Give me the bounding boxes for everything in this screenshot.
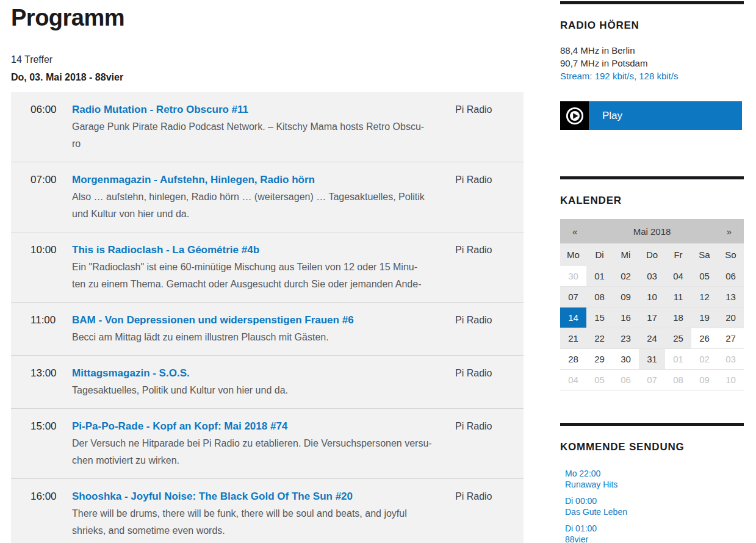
program-description-line: Tagesaktuelles, Politik und Kultur von h… (72, 382, 439, 399)
calendar-day[interactable]: 28 (560, 349, 586, 369)
calendar-day: 01 (665, 349, 691, 369)
program-entry: This is Radioclash - La Géométrie #4bEin… (72, 242, 455, 293)
results-count: 14 Treffer (11, 53, 524, 67)
calendar-day[interactable]: 13 (718, 287, 744, 307)
program-title-link[interactable]: Pi-Pa-Po-Rade - Kopf an Kopf: Mai 2018 #… (72, 418, 439, 435)
calendar-day[interactable]: 24 (639, 328, 665, 348)
calendar-day[interactable]: 21 (560, 328, 586, 348)
calendar-week-row: 07080910111213 (560, 287, 744, 307)
calendar-day[interactable]: 02 (613, 266, 639, 286)
program-station: Pi Radio (455, 418, 524, 469)
upcoming-section: KOMMENDE SENDUNG Mo 22:00Runaway HitsDi … (560, 423, 744, 543)
calendar-day[interactable]: 31 (639, 349, 665, 369)
upcoming-show-link[interactable]: Di 00:00Das Gute Leben (565, 495, 744, 517)
program-list: 06:00Radio Mutation - Retro Obscuro #11G… (11, 92, 524, 543)
upcoming-title: Runaway Hits (565, 479, 744, 490)
calendar-day[interactable]: 15 (586, 307, 613, 328)
calendar-day[interactable]: 11 (665, 287, 691, 307)
calendar-day[interactable]: 07 (560, 287, 586, 307)
calendar-day[interactable]: 01 (586, 266, 613, 286)
upcoming-title: Das Gute Leben (565, 506, 744, 517)
program-time: 11:00 (31, 312, 72, 346)
radio-listen-heading: RADIO HÖREN (560, 20, 744, 32)
calendar-day-name: Fr (665, 250, 691, 260)
calendar-day-name: Mi (613, 250, 639, 260)
calendar-day[interactable]: 05 (691, 266, 718, 286)
calendar-day[interactable]: 22 (586, 328, 613, 348)
calendar-day: 04 (560, 370, 586, 390)
calendar-day-name: Mo (560, 250, 586, 260)
calendar-day[interactable]: 29 (586, 349, 613, 369)
stream-link-192[interactable]: Stream: 192 kbit/s (560, 71, 634, 81)
calendar-day[interactable]: 18 (665, 307, 691, 328)
calendar-day[interactable]: 30 (613, 349, 639, 369)
program-entry: Radio Mutation - Retro Obscuro #11Garage… (72, 101, 455, 153)
calendar-day[interactable]: 23 (613, 328, 639, 348)
calendar: « Mai 2018 » MoDiMiDoFrSaSo 300102030405… (560, 219, 744, 390)
program-title-link[interactable]: Radio Mutation - Retro Obscuro #11 (72, 101, 439, 118)
upcoming-title: 88vier (565, 534, 744, 543)
calendar-day-names-row: MoDiMiDoFrSaSo (560, 243, 744, 266)
program-time: 07:00 (31, 171, 72, 223)
program-time: 15:00 (31, 418, 72, 469)
calendar-day[interactable]: 20 (718, 307, 744, 328)
calendar-day[interactable]: 06 (718, 266, 744, 286)
calendar-day: 07 (639, 370, 665, 390)
stream-separator: , (634, 71, 639, 81)
calendar-month-label: Mai 2018 (589, 226, 714, 237)
calendar-weeks: 3001020304050607080910111213141516171819… (560, 266, 744, 390)
program-title-link[interactable]: Morgenmagazin - Aufstehn, Hinlegen, Radi… (72, 171, 439, 189)
calendar-day-name: Di (586, 250, 613, 260)
stream-link-128[interactable]: 128 kbit/s (639, 71, 678, 81)
page-title: Programm (11, 4, 524, 32)
calendar-day[interactable]: 10 (639, 287, 665, 307)
calendar-day[interactable]: 14 (560, 307, 586, 328)
program-entry: Mittagsmagazin - S.O.S.Tagesaktuelles, P… (72, 365, 455, 399)
program-description-line: shrieks, and sometime even words. (72, 522, 439, 539)
section-divider (560, 176, 744, 179)
calendar-day[interactable]: 19 (691, 307, 718, 328)
date-heading: Do, 03. Mai 2018 - 88vier (11, 71, 524, 84)
calendar-day: 10 (718, 370, 744, 390)
calendar-week-row: 30010203040506 (560, 266, 744, 287)
calendar-day[interactable]: 25 (665, 328, 691, 348)
program-description-line: Garage Punk Pirate Radio Podcast Network… (72, 118, 439, 135)
program-description-line: chen motiviert zu wirken. (72, 452, 439, 469)
calendar-day[interactable]: 12 (691, 287, 718, 307)
calendar-week-row: 28293031010203 (560, 349, 744, 370)
calendar-day[interactable]: 26 (691, 328, 718, 348)
calendar-day[interactable]: 04 (665, 266, 691, 286)
play-button[interactable]: Play (560, 101, 742, 130)
calendar-day[interactable]: 09 (613, 287, 639, 307)
calendar-prev-button[interactable]: « (560, 226, 589, 237)
calendar-day[interactable]: 08 (586, 287, 613, 307)
program-station: Pi Radio (455, 488, 524, 539)
program-row: 16:00Shooshka - Joyful Noise: The Black … (11, 478, 524, 543)
upcoming-show-link[interactable]: Di 01:0088vier (565, 523, 744, 543)
program-description-line: Becci am Mittag lädt zu einem illustren … (72, 329, 439, 346)
calendar-day[interactable]: 17 (639, 307, 665, 328)
program-title-link[interactable]: Shooshka - Joyful Noise: The Black Gold … (72, 488, 439, 505)
radio-listen-section: RADIO HÖREN 88,4 MHz in Berlin90,7 MHz i… (560, 1, 744, 130)
calendar-day: 30 (560, 266, 586, 286)
calendar-section: KALENDER « Mai 2018 » MoDiMiDoFrSaSo 300… (560, 176, 744, 390)
stream-links: Stream: 192 kbit/s, 128 kbit/s (560, 70, 744, 82)
calendar-day[interactable]: 03 (639, 266, 665, 286)
program-title-link[interactable]: This is Radioclash - La Géométrie #4b (72, 242, 439, 259)
calendar-week-row: 04050607080910 (560, 370, 744, 390)
calendar-next-button[interactable]: » (715, 226, 744, 237)
calendar-day[interactable]: 27 (718, 328, 744, 348)
program-title-link[interactable]: Mittagsmagazin - S.O.S. (72, 365, 439, 382)
calendar-day-name: Sa (691, 250, 718, 260)
program-main: Programm 14 Treffer Do, 03. Mai 2018 - 8… (11, 0, 524, 543)
upcoming-heading: KOMMENDE SENDUNG (560, 441, 744, 453)
program-title-link[interactable]: BAM - Von Depressionen und widerspenstig… (72, 312, 439, 329)
program-entry: Pi-Pa-Po-Rade - Kopf an Kopf: Mai 2018 #… (72, 418, 455, 469)
program-description-line: Also … aufstehn, hinlegen, Radio hörn … … (72, 189, 439, 206)
upcoming-show-link[interactable]: Mo 22:00Runaway Hits (565, 468, 744, 490)
program-description-line: ten zu einem Thema. Gemacht oder Ausgesu… (72, 276, 439, 293)
calendar-week-row: 14151617181920 (560, 307, 744, 328)
calendar-header: « Mai 2018 » (560, 219, 744, 243)
calendar-heading: KALENDER (560, 195, 744, 207)
calendar-day[interactable]: 16 (613, 307, 639, 328)
